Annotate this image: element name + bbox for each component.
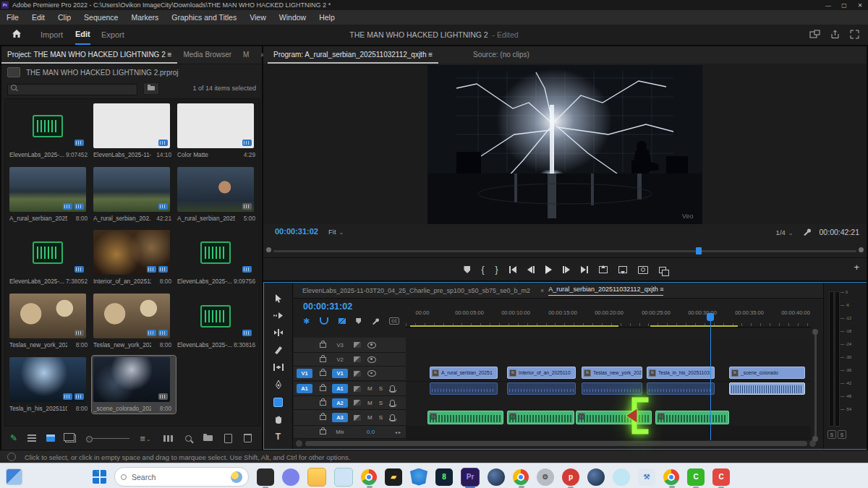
list-view-button[interactable] bbox=[27, 435, 36, 442]
dark-orb-app-icon[interactable] bbox=[587, 468, 605, 486]
sort-icons-button[interactable]: ≣ ⌄ bbox=[140, 435, 150, 442]
keyframe-nav-icon[interactable]: ◄► bbox=[394, 430, 401, 435]
chrome-profile-icon[interactable] bbox=[513, 469, 529, 485]
sync-lock-icon[interactable] bbox=[354, 400, 361, 406]
hand-tool[interactable] bbox=[273, 414, 284, 424]
tab-import[interactable]: Import bbox=[41, 25, 63, 45]
lock-icon[interactable] bbox=[320, 429, 326, 435]
track-visibility-icon[interactable] bbox=[367, 342, 376, 348]
rectangle-tool-active[interactable] bbox=[273, 397, 284, 407]
project-item[interactable]: ElevenLabs_2025-...9:09756 bbox=[176, 228, 260, 286]
playback-resolution-dropdown[interactable]: 1/4⌄ bbox=[776, 228, 793, 236]
lock-icon[interactable] bbox=[320, 401, 326, 406]
menu-help[interactable]: Help bbox=[312, 13, 341, 22]
scrub-zoom-handle-right[interactable] bbox=[859, 247, 864, 252]
sync-lock-icon[interactable] bbox=[354, 386, 361, 392]
project-item[interactable]: Teslas_new_york_202...8:00 bbox=[92, 292, 176, 350]
timeline-playhead[interactable] bbox=[707, 313, 714, 321]
red-c-app-icon[interactable]: C bbox=[712, 468, 730, 486]
sync-lock-icon[interactable] bbox=[354, 371, 361, 377]
slip-tool[interactable] bbox=[273, 362, 284, 372]
h-zoom-handle-left[interactable] bbox=[296, 440, 302, 447]
blue-sphere-app-icon[interactable] bbox=[613, 468, 630, 486]
panel-menu-icon[interactable]: ≡ bbox=[168, 51, 172, 59]
mute-button[interactable]: M bbox=[367, 414, 373, 421]
red-p-app-icon[interactable]: p bbox=[562, 468, 579, 486]
tab-program-monitor[interactable]: Program: A_rural_serbian_202511032112_qx… bbox=[268, 46, 438, 64]
track-v3[interactable] bbox=[406, 338, 811, 354]
ripple-edit-tool[interactable] bbox=[273, 328, 284, 338]
security-shield-icon[interactable] bbox=[410, 468, 427, 486]
tools-app-icon[interactable]: ⚒ bbox=[638, 468, 655, 486]
new-search-bin-button[interactable] bbox=[143, 82, 159, 95]
menu-view[interactable]: View bbox=[243, 13, 273, 22]
new-bin-button[interactable] bbox=[203, 435, 213, 441]
chrome-beta-icon[interactable] bbox=[663, 469, 679, 485]
track-name-a3[interactable]: A3 bbox=[332, 413, 348, 422]
solo-button[interactable]: S bbox=[379, 385, 383, 392]
mark-in-button[interactable]: { bbox=[481, 265, 484, 274]
sync-lock-icon[interactable] bbox=[354, 415, 361, 421]
taskbar-search[interactable]: Search bbox=[114, 467, 249, 487]
program-timecode[interactable]: 00:00:31:02 bbox=[275, 227, 318, 236]
delete-button[interactable] bbox=[244, 434, 252, 442]
mute-button[interactable]: M bbox=[367, 385, 373, 392]
share-icon[interactable] bbox=[830, 30, 840, 39]
timeline-audio-clip[interactable] bbox=[507, 382, 576, 395]
track-visibility-icon[interactable] bbox=[367, 370, 376, 377]
extract-button[interactable] bbox=[618, 266, 627, 273]
thumbnail-zoom-slider[interactable] bbox=[86, 438, 129, 439]
notepad-app-icon[interactable] bbox=[257, 468, 274, 486]
sync-lock-icon[interactable] bbox=[354, 342, 361, 348]
track-select-forward-tool[interactable] bbox=[273, 310, 284, 320]
icon-view-button[interactable] bbox=[46, 435, 55, 442]
dark-orb-app-icon[interactable] bbox=[488, 468, 505, 486]
track-a3[interactable]: fx fx fx fx bbox=[406, 410, 811, 427]
copilot-app-icon[interactable] bbox=[334, 468, 353, 487]
timeline-music-clip[interactable]: fx bbox=[655, 411, 729, 424]
track-name-a1[interactable]: A1 bbox=[332, 384, 348, 393]
search-input[interactable] bbox=[7, 84, 137, 95]
timeline-audio-clip[interactable] bbox=[582, 382, 642, 395]
project-item[interactable]: Teslas_new_york_202...8:00 bbox=[8, 292, 92, 350]
breadcrumb-project-file[interactable]: THE MAN WHO HACKED LIGHTNING 2.prproj bbox=[26, 69, 179, 77]
zoom-level-dropdown[interactable]: Fit⌄ bbox=[328, 228, 344, 236]
program-video-frame[interactable]: Veo bbox=[427, 65, 702, 224]
fullscreen-icon[interactable] bbox=[850, 30, 859, 39]
project-item[interactable]: ElevenLabs_2025-...8:30816 bbox=[176, 292, 260, 350]
sync-lock-icon[interactable] bbox=[354, 356, 361, 362]
tab-close-icon[interactable]: × bbox=[540, 287, 544, 294]
snap-toggle-icon[interactable] bbox=[320, 317, 328, 325]
mark-out-button[interactable]: } bbox=[495, 265, 498, 274]
comparison-view-button[interactable] bbox=[659, 267, 666, 273]
file-explorer-icon[interactable] bbox=[307, 468, 326, 487]
lock-icon[interactable] bbox=[320, 357, 326, 362]
pen-tool[interactable] bbox=[273, 380, 284, 390]
automate-to-sequence-button[interactable] bbox=[163, 435, 174, 442]
freeform-view-button[interactable] bbox=[65, 435, 76, 442]
linked-selection-icon[interactable] bbox=[339, 318, 346, 324]
project-item[interactable]: A_rural_serbian_2025...8:00 bbox=[8, 166, 92, 223]
solo-button[interactable]: S bbox=[379, 414, 383, 421]
add-marker-button[interactable] bbox=[464, 266, 470, 273]
go-to-in-button[interactable] bbox=[509, 266, 516, 273]
close-button[interactable]: ✕ bbox=[852, 2, 868, 9]
timeline-audio-clip-selected[interactable] bbox=[729, 382, 805, 395]
timeline-timecode[interactable]: 00:00:31:02 bbox=[303, 301, 352, 312]
timeline-clip[interactable]: fxA_rural_serbian_20251 bbox=[430, 367, 498, 379]
timeline-add-marker-icon[interactable] bbox=[356, 318, 361, 324]
timeline-ruler[interactable]: 00:00 00:00:05:00 00:00:10:00 00:00:15:0… bbox=[406, 308, 811, 328]
chat-app-icon[interactable] bbox=[282, 468, 299, 486]
track-v2[interactable] bbox=[406, 353, 811, 367]
lock-icon[interactable] bbox=[320, 343, 326, 348]
timeline-clip[interactable]: fxTeslas_new_york_2025 bbox=[582, 367, 642, 379]
lock-icon[interactable] bbox=[320, 386, 326, 391]
settings-wrench-icon[interactable] bbox=[802, 228, 811, 236]
button-editor-plus-icon[interactable]: + bbox=[854, 262, 859, 273]
sequence-tab-inactive[interactable]: ElevenLabs_2025-11-03T20_04_25_Charlie_p… bbox=[302, 287, 530, 294]
home-icon[interactable] bbox=[12, 29, 22, 38]
horizontal-scrollbar[interactable] bbox=[305, 441, 807, 446]
timeline-clip[interactable]: fxInterior_of_an_2025110 bbox=[507, 367, 576, 379]
solo-button[interactable]: S bbox=[379, 400, 383, 406]
project-bin-grid[interactable]: ElevenLabs_2025-...9:07452 ElevenLabs_20… bbox=[4, 98, 260, 427]
